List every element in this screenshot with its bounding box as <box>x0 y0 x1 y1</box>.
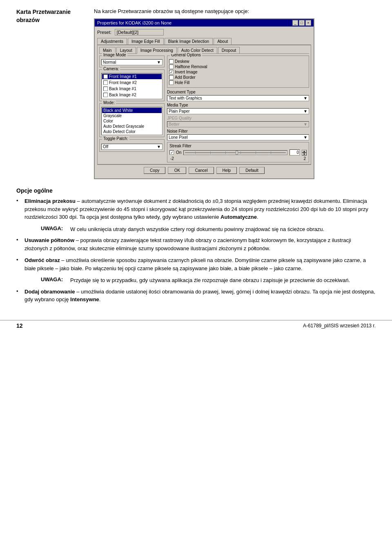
camera-item-front1[interactable]: Front Image #1 <box>102 74 162 79</box>
streak-value-input[interactable]: 0 <box>290 149 300 156</box>
media-type-label: Media Type <box>167 103 309 107</box>
jpeg-quality-row: JPEG Quality Better▼ <box>167 116 309 127</box>
streak-down-button[interactable]: ▼ <box>302 153 307 156</box>
camera-item-front2[interactable]: Front Image #2 <box>102 80 162 85</box>
check-halftone[interactable] <box>169 64 174 69</box>
noise-filter-dropdown[interactable]: Lone Pixel▼ <box>167 134 309 140</box>
camera-check-front2[interactable] <box>103 80 108 85</box>
dialog-window: Properties for KODAK i3200 on None _ □ ×… <box>94 18 314 179</box>
mode-label: Mode: <box>102 100 116 105</box>
option-hole-fill[interactable]: Hole Fill <box>169 80 307 85</box>
dialog-minimize-button[interactable]: _ <box>292 20 298 26</box>
default-button[interactable]: Default <box>239 167 265 174</box>
cancel-button[interactable]: Cancel <box>189 167 214 174</box>
check-hole-fill[interactable] <box>169 80 174 85</box>
camera-item-back2[interactable]: Back Image #2 <box>102 92 162 98</box>
mode-color[interactable]: Color <box>102 118 162 124</box>
streak-min-label: -2 <box>170 156 174 161</box>
page-number: 12 <box>16 322 23 329</box>
bullet-text-border: Dodaj obramowanie – umożliwia dodanie us… <box>24 288 376 304</box>
dialog-close-button[interactable]: × <box>305 20 311 26</box>
bullet-text-halftone: Usuwanie półtonów – poprawia obrazy zawi… <box>24 236 376 252</box>
note-label-deskew: UWAGA: <box>41 225 65 233</box>
copy-button[interactable]: Copy <box>144 167 165 174</box>
tab-image-processing[interactable]: Image Processing <box>137 47 177 54</box>
streak-filter-checkbox[interactable] <box>169 150 174 155</box>
intro-text: Na karcie Przetwarzanie obrazów są dostę… <box>94 8 376 14</box>
bullet-text-deskew: Eliminacja przekosu – automatycznie wyró… <box>24 197 376 221</box>
check-deskew[interactable] <box>169 59 174 64</box>
camera-item-back1[interactable]: Back Image #1 <box>102 86 162 91</box>
streak-up-button[interactable]: ▲ <box>302 150 307 153</box>
bullet-dot-invert: • <box>16 257 21 263</box>
ok-button[interactable]: OK <box>168 167 186 174</box>
option-halftone[interactable]: Halftone Removal <box>169 64 307 69</box>
camera-listbox[interactable]: Front Image #1 Front Image #2 <box>101 73 163 99</box>
noise-filter-row: Noise Filter Lone Pixel▼ <box>167 129 309 140</box>
note-deskew: UWAGA: W celu uniknięcia utraty danych w… <box>41 225 376 233</box>
mode-listbox[interactable]: Black and White Grayscale Color Auto Det… <box>101 107 163 135</box>
page-footer: 12 A-61789_pl/ISIS wrzesień 2013 r. <box>0 320 392 331</box>
media-type-dropdown[interactable]: Plain Paper▼ <box>167 108 309 114</box>
streak-spinner[interactable]: ▲ ▼ <box>302 150 307 156</box>
noise-filter-label: Noise Filter <box>167 129 309 133</box>
toggle-patch-dropdown[interactable]: Off▼ <box>101 144 163 150</box>
mode-auto-color[interactable]: Auto Detect Color <box>102 129 162 134</box>
bullet-dot-deskew: • <box>16 198 21 204</box>
note-text-deskew: W celu uniknięcia utraty danych wszystki… <box>70 225 324 233</box>
image-mode-label: Image Mode <box>102 53 127 57</box>
tab-dropout[interactable]: Dropout <box>218 47 240 53</box>
list-item-halftone: • Usuwanie półtonów – poprawia obrazy za… <box>16 236 376 252</box>
streak-slider[interactable] <box>183 150 287 155</box>
bullet-dot-border: • <box>16 288 21 294</box>
streak-filter-label: Streak Filter <box>169 144 307 148</box>
list-item-border: • Dodaj obramowanie – umożliwia dodanie … <box>16 288 376 304</box>
document-type-dropdown[interactable]: Text with Graphics▼ <box>167 95 309 101</box>
sub-tabs: Main Layout Image Processing Auto Color … <box>99 47 309 54</box>
tab-blank-image-detection[interactable]: Blank Image Detection <box>165 38 213 44</box>
camera-check-back2[interactable] <box>103 93 108 97</box>
tab-adjustments[interactable]: Adjustments <box>97 38 127 44</box>
camera-check-back1[interactable] <box>103 87 108 91</box>
toggle-patch-label: Toggle Patch: <box>102 136 129 141</box>
doc-id: A-61789_pl/ISIS wrzesień 2013 r. <box>303 323 376 329</box>
options-list-3: • Dodaj obramowanie – umożliwia dodanie … <box>16 288 376 304</box>
dialog-maximize-button[interactable]: □ <box>299 20 305 26</box>
mode-bw[interactable]: Black and White <box>102 108 162 113</box>
streak-filter-group: Streak Filter On <box>167 142 309 162</box>
streak-max-label: 2 <box>303 156 306 161</box>
check-invert[interactable] <box>169 70 174 74</box>
tab-image-edge-fill[interactable]: Image Edge Fill <box>128 38 163 44</box>
main-tabs: Adjustments Image Edge Fill Blank Image … <box>97 38 311 45</box>
check-add-border[interactable] <box>169 75 174 80</box>
bullet-dot-halftone: • <box>16 237 21 243</box>
list-item-invert: • Odwróć obraz – umożliwia określenie sp… <box>16 256 376 272</box>
image-mode-group: Image Mode Normal▼ <box>99 56 165 67</box>
camera-check-front1[interactable] <box>103 74 108 79</box>
preset-dropdown[interactable]: [Default][2] <box>115 29 164 36</box>
option-deskew[interactable]: Deskew <box>169 59 307 64</box>
jpeg-quality-dropdown[interactable]: Better▼ <box>167 121 309 127</box>
note-invert: UWAGA: Przydaje się to w przypadku, gdy … <box>41 276 376 284</box>
option-add-border[interactable]: Add Border <box>169 75 307 80</box>
section-heading: Opcje ogólne <box>16 187 376 194</box>
camera-group: Camera: Front Image #1 <box>99 69 165 101</box>
option-invert[interactable]: Invert Image <box>169 70 307 74</box>
tab-about[interactable]: About <box>214 38 232 44</box>
note-label-invert: UWAGA: <box>41 276 65 284</box>
help-button[interactable]: Help <box>216 167 237 174</box>
general-options-group: General Options Deskew Halft <box>167 56 309 88</box>
mode-group: Mode: Black and White Grayscale Color Au… <box>99 103 165 137</box>
camera-label: Camera: <box>102 67 120 71</box>
page-section-title: Karta Przetwarzanie obrazów <box>16 8 82 24</box>
dialog-footer: Copy OK Cancel Help Default <box>97 164 311 176</box>
note-text-invert: Przydaje się to w przypadku, gdy używana… <box>70 276 350 284</box>
jpeg-quality-label: JPEG Quality <box>167 116 309 120</box>
preset-label: Preset: <box>97 30 111 35</box>
dialog-title: Properties for KODAK i3200 on None <box>97 20 172 25</box>
streak-on-label: On <box>176 150 181 155</box>
mode-grayscale[interactable]: Grayscale <box>102 113 162 118</box>
mode-auto-grayscale[interactable]: Auto Detect Grayscale <box>102 124 162 129</box>
media-type-row: Media Type Plain Paper▼ <box>167 103 309 114</box>
image-mode-dropdown[interactable]: Normal▼ <box>101 59 163 65</box>
